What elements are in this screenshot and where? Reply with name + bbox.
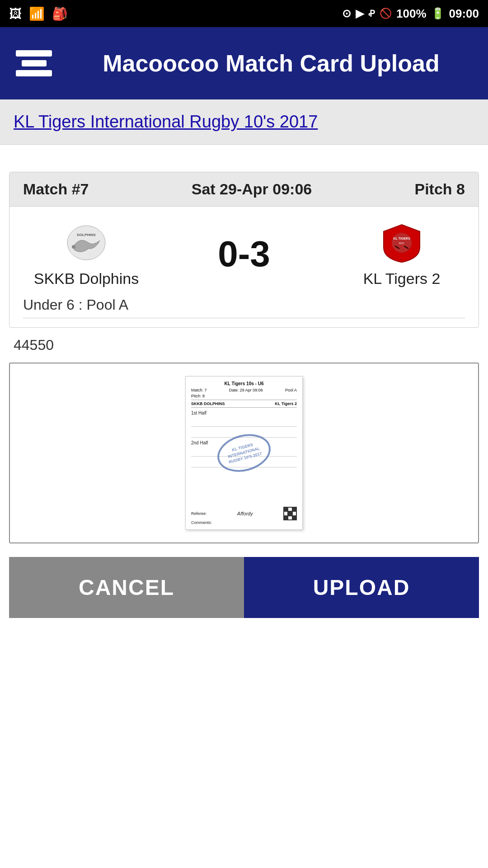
time-label: 09:00 bbox=[449, 7, 479, 21]
action-buttons: CANCEL UPLOAD bbox=[9, 557, 479, 618]
match-card: Match #7 Sat 29-Apr 09:06 Pitch 8 DOLPHI… bbox=[9, 172, 479, 328]
tournament-banner[interactable]: KL Tigers International Rugby 10's 2017 bbox=[0, 99, 488, 145]
card-pitch-info: Pitch: 8 bbox=[191, 394, 205, 398]
match-score: 0-3 bbox=[150, 233, 338, 275]
card-home-team: SKKB DOLPHINS bbox=[191, 401, 225, 406]
card-teams: SKKB DOLPHINS KL Tigers 2 bbox=[191, 400, 297, 408]
battery-icon: 🔋 bbox=[431, 7, 445, 20]
home-team-logo: DOLPHINS bbox=[61, 220, 111, 265]
match-pitch: Pitch 8 bbox=[415, 180, 465, 198]
card-pitch-row: Pitch: 8 bbox=[191, 394, 297, 398]
no-sim-icon: 🚫 bbox=[380, 8, 392, 19]
qr-code bbox=[283, 507, 297, 520]
match-date: Sat 29-Apr 09:06 bbox=[192, 180, 312, 198]
wifi-icon: 📶 bbox=[29, 6, 45, 21]
cancel-button[interactable]: CANCEL bbox=[9, 557, 244, 618]
card-first-half-label: 1st Half bbox=[191, 410, 297, 415]
away-team-name: KL Tigers 2 bbox=[363, 270, 441, 288]
comments-label: Comments: bbox=[191, 520, 212, 525]
match-number: Match #7 bbox=[23, 180, 89, 198]
app-logo bbox=[14, 43, 54, 84]
match-card-document: KL Tigers 10s - U6 Match: 7 Date: 29 Apr… bbox=[185, 376, 303, 530]
signal-r-icon: Ꝓ bbox=[368, 8, 375, 19]
spacer-top bbox=[0, 145, 488, 172]
card-first-half-line bbox=[191, 417, 297, 427]
home-team-name: SKKB Dolphins bbox=[34, 270, 139, 288]
card-pool-info: Pool A bbox=[285, 388, 297, 392]
card-footer: Referee: Affordy Comments: bbox=[191, 507, 297, 525]
record-icon: ⊙ bbox=[342, 7, 351, 20]
svg-text:RFC: RFC bbox=[399, 242, 405, 245]
card-away-team: KL Tigers 2 bbox=[275, 401, 297, 406]
team-home: DOLPHINS SKKB Dolphins bbox=[23, 220, 150, 288]
tournament-link[interactable]: KL Tigers International Rugby 10's 2017 bbox=[14, 112, 318, 131]
app-title: Macoocoo Match Card Upload bbox=[68, 50, 474, 77]
camera-icon: 🎒 bbox=[52, 6, 68, 21]
match-id: 44550 bbox=[0, 328, 488, 363]
svg-text:KL TIGERS: KL TIGERS bbox=[393, 237, 410, 240]
match-header: Match #7 Sat 29-Apr 09:06 Pitch 8 bbox=[9, 172, 479, 207]
card-comments-row: Comments: bbox=[191, 520, 297, 525]
battery-label: 100% bbox=[396, 7, 427, 21]
svg-text:DOLPHINS: DOLPHINS bbox=[77, 233, 96, 237]
status-bar: 🖼 📶 🎒 ⊙ ▶ Ꝓ 🚫 100% 🔋 09:00 bbox=[0, 0, 488, 27]
card-doc-title: KL Tigers 10s - U6 bbox=[191, 381, 297, 386]
card-match-info: Match: 7 bbox=[191, 388, 207, 392]
card-referee-row: Referee: Affordy bbox=[191, 507, 297, 520]
signal-icon: ▶ bbox=[356, 7, 364, 20]
status-bar-icons: 🖼 📶 🎒 bbox=[9, 6, 68, 21]
logo-bar-3 bbox=[16, 70, 52, 76]
svg-point-2 bbox=[72, 245, 75, 249]
card-date-info: Date: 29 Apr 09:06 bbox=[229, 388, 263, 392]
match-body: DOLPHINS SKKB Dolphins 0-3 bbox=[9, 207, 479, 327]
referee-label: Referee: bbox=[191, 511, 207, 516]
image-preview-box[interactable]: KL Tigers 10s - U6 Match: 7 Date: 29 Apr… bbox=[9, 363, 479, 543]
photo-icon: 🖼 bbox=[9, 6, 22, 21]
logo-bar-2 bbox=[22, 60, 47, 66]
status-bar-right: ⊙ ▶ Ꝓ 🚫 100% 🔋 09:00 bbox=[342, 7, 479, 21]
logo-bar-1 bbox=[16, 50, 52, 57]
upload-button[interactable]: UPLOAD bbox=[244, 557, 479, 618]
teams-row: DOLPHINS SKKB Dolphins 0-3 bbox=[23, 220, 465, 288]
pool-info: Under 6 : Pool A bbox=[23, 297, 465, 318]
away-team-logo: KL TIGERS RFC bbox=[377, 220, 427, 265]
referee-signature: Affordy bbox=[237, 511, 253, 516]
card-doc-info-row: Match: 7 Date: 29 Apr 09:06 Pool A bbox=[191, 388, 297, 392]
team-away: KL TIGERS RFC KL Tigers 2 bbox=[338, 220, 465, 288]
app-header: Macoocoo Match Card Upload bbox=[0, 27, 488, 99]
